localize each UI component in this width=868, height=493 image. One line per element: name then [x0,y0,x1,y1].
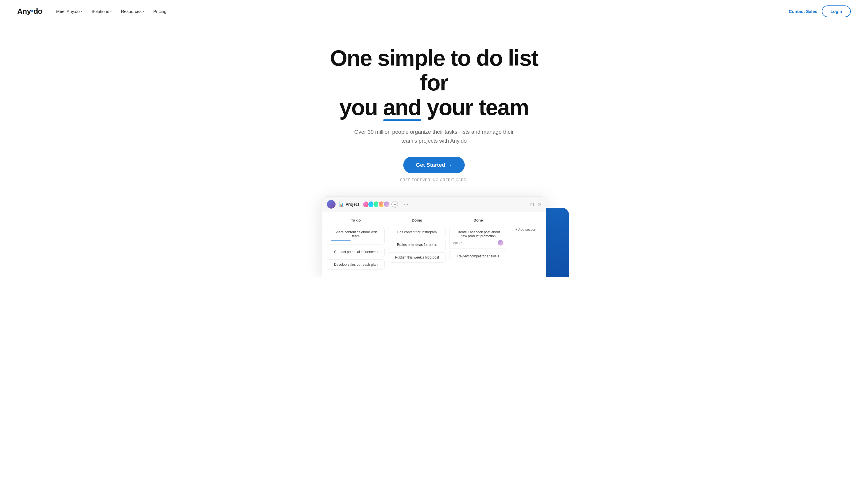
nav-links: Meet Any.do ▾ Solutions ▾ Resources ▾ Pr… [52,6,170,16]
search-icon[interactable]: ⊙ [537,202,541,207]
kanban-card: Contact potential influencers [327,247,385,257]
avatar-group: + [362,201,398,208]
hero-subtitle: Over 30 million people organize their ta… [354,128,514,145]
kanban-card: Edit content for Instagram [388,227,446,237]
hero-title-highlight: and [383,95,421,120]
kanban-card: Publish this week's blog post [388,252,446,262]
col-header-todo: To do [327,217,385,223]
add-section-button[interactable]: + Add section [511,225,541,234]
nav-right: Contact Sales Login [789,5,851,17]
get-started-button[interactable]: Get Started → [403,157,465,173]
avatar-5 [383,201,390,208]
hero-title-line1: One simple to do list for [330,45,538,95]
kanban-card: Create Facebook post about new product p… [449,227,507,249]
hero-title-team: your team [421,95,528,120]
bar-left: 📊 Project + ··· [327,200,408,209]
add-section-container: + Add section [511,217,541,272]
nav-item-meet: Meet Any.do ▾ [52,6,86,16]
kanban-card: Share content calendar with team [327,227,385,244]
app-preview: 📊 Project + ··· ⊡ ⊙ [322,196,546,277]
nav-item-resources: Resources ▾ [118,6,148,16]
kanban-col-todo: To do Share content calendar with team C… [327,217,385,272]
hero-title: One simple to do list for you and your t… [316,46,552,120]
nav-link-resources[interactable]: Resources ▾ [118,6,148,16]
card-meta: Apr 23 [453,240,503,245]
hero-title-you: you [339,95,383,120]
kanban-board: To do Share content calendar with team C… [322,212,546,277]
navbar: Anydo Meet Any.do ▾ Solutions ▾ Resource… [0,0,868,23]
kanban-card: Review competitor analysis [449,251,507,261]
col-header-doing: Doing [388,217,446,223]
logo[interactable]: Anydo [17,7,42,16]
chevron-down-icon: ▾ [81,10,82,13]
card-date: Apr 23 [453,241,462,244]
avatar [327,200,336,209]
nav-item-pricing: Pricing [150,6,170,16]
col-header-done: Done [449,217,507,223]
nav-link-solutions[interactable]: Solutions ▾ [88,6,115,16]
app-window-bar: 📊 Project + ··· ⊡ ⊙ [322,197,546,212]
more-options-icon[interactable]: ··· [404,201,408,208]
bar-chart-icon: 📊 [339,202,344,207]
hero-section: One simple to do list for you and your t… [0,23,868,277]
kanban-card: Develop sales outreach plan [327,259,385,270]
nav-link-pricing-label: Pricing [153,9,167,14]
app-window: 📊 Project + ··· ⊡ ⊙ [322,196,546,277]
nav-link-solutions-label: Solutions [91,9,109,14]
card-assignee-avatar [498,240,504,245]
nav-link-resources-label: Resources [121,9,142,14]
nav-link-meet[interactable]: Meet Any.do ▾ [52,6,86,16]
project-label: 📊 Project [339,202,359,207]
kanban-col-done: Done Create Facebook post about new prod… [449,217,507,272]
contact-sales-link[interactable]: Contact Sales [789,9,817,14]
login-button[interactable]: Login [822,5,851,17]
bar-right: ⊡ ⊙ [530,202,541,207]
nav-left: Anydo Meet Any.do ▾ Solutions ▾ Resource… [17,6,170,16]
nav-link-pricing[interactable]: Pricing [150,6,170,16]
free-forever-label: FREE FOREVER. NO CREDIT CARD. [400,178,468,182]
kanban-card: Brainstorm ideas for posts [388,240,446,250]
project-name: Project [345,202,359,207]
nav-item-solutions: Solutions ▾ [88,6,115,16]
logo-dot [31,10,33,12]
kanban-col-doing: Doing Edit content for Instagram Brainst… [388,217,446,272]
card-progress-bar [331,240,351,241]
add-member-button[interactable]: + [391,201,398,208]
nav-link-meet-label: Meet Any.do [56,9,80,14]
chevron-down-icon: ▾ [110,10,112,13]
chevron-down-icon: ▾ [143,10,144,13]
maximize-icon[interactable]: ⊡ [530,202,534,207]
